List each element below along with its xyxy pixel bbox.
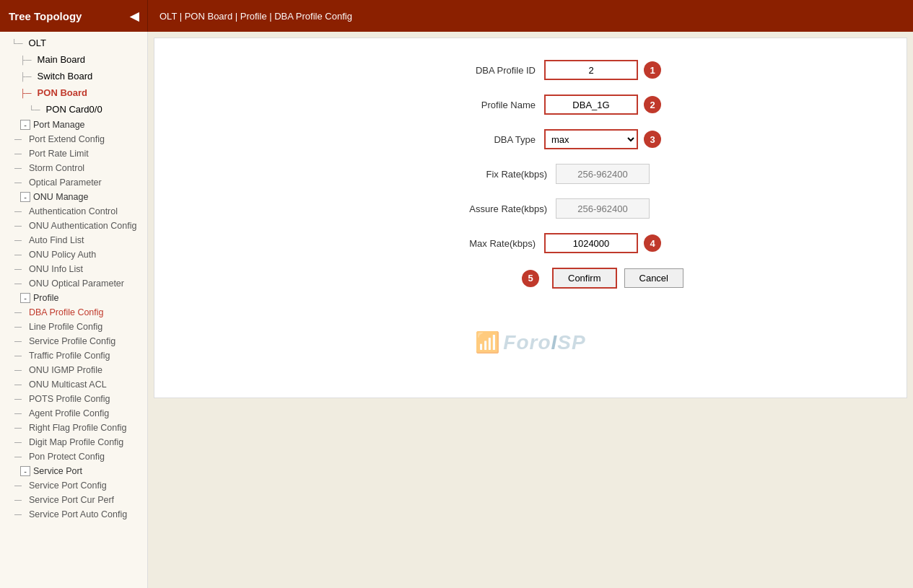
breadcrumb: OLT | PON Board | Profile | DBA Profile … [148, 11, 913, 22]
sidebar-item-main-board[interactable]: ├─ Main Board [0, 51, 147, 68]
sidebar-item-digit-map-profile-config[interactable]: Digit Map Profile Config [0, 435, 147, 449]
sidebar-item-authentication-control[interactable]: Authentication Control [0, 204, 147, 219]
sidebar-item-service-port-cur-perf[interactable]: Service Port Cur Perf [0, 493, 147, 507]
assure-rate-label: Assure Rate(kbps) [411, 203, 556, 214]
sidebar-item-onu-multicast-acl[interactable]: ONU Multicast ACL [0, 377, 147, 392]
pon-board-label: PON Board [38, 87, 87, 98]
profile-name-wrapper: 2 [544, 95, 661, 115]
expand-onu-manage-icon[interactable]: - [20, 192, 30, 202]
dba-profile-id-row: DBA Profile ID 1 [169, 60, 892, 80]
sidebar: └─ OLT ├─ Main Board ├─ Switch Board ├─ … [0, 32, 148, 588]
sidebar-item-onu-policy-auth[interactable]: ONU Policy Auth [0, 247, 147, 262]
sidebar-item-service-profile-config[interactable]: Service Profile Config [0, 334, 147, 348]
sidebar-item-line-profile-config[interactable]: Line Profile Config [0, 320, 147, 334]
expand-service-port-icon[interactable]: - [20, 466, 30, 476]
port-manage-label: Port Manage [33, 120, 85, 130]
badge-3: 3 [644, 131, 661, 148]
section-port-manage[interactable]: - Port Manage [0, 118, 147, 132]
button-row: 5 Confirm Cancel [169, 268, 892, 289]
sidebar-item-dba-profile-config[interactable]: DBA Profile Config [0, 305, 147, 320]
cancel-button[interactable]: Cancel [624, 268, 683, 288]
sidebar-item-port-rate-limit[interactable]: Port Rate Limit [0, 146, 147, 161]
confirm-button[interactable]: Confirm [552, 268, 617, 289]
profile-name-input[interactable] [544, 95, 638, 115]
sidebar-item-pon-board[interactable]: ├─ PON Board [0, 84, 147, 101]
sidebar-item-pon-protect-config[interactable]: Pon Protect Config [0, 449, 147, 464]
sidebar-item-pon-card[interactable]: └─ PON Card0/0 [0, 101, 147, 118]
dba-type-select[interactable]: max fixed assured bestEffort [544, 129, 638, 149]
collapse-icon[interactable]: ◀ [130, 9, 139, 23]
max-rate-label: Max Rate(kbps) [400, 238, 544, 249]
fix-rate-row: Fix Rate(kbps) [169, 164, 892, 184]
pon-card-label: PON Card0/0 [46, 104, 102, 115]
assure-rate-input[interactable] [556, 198, 650, 219]
max-rate-row: Max Rate(kbps) 4 [169, 233, 892, 253]
sidebar-item-onu-igmp-profile[interactable]: ONU IGMP Profile [0, 363, 147, 377]
content-area: DBA Profile ID 1 Profile Name 2 DBA Type [148, 32, 913, 588]
watermark-text: ForoISP [503, 331, 585, 354]
watermark: 📶 ForoISP [475, 330, 585, 354]
sidebar-item-onu-authentication-config[interactable]: ONU Authentication Config [0, 219, 147, 233]
sidebar-item-onu-info-list[interactable]: ONU Info List [0, 262, 147, 276]
dba-type-row: DBA Type max fixed assured bestEffort 3 [169, 129, 892, 149]
watermark-wifi-icon: 📶 [475, 330, 500, 354]
sidebar-item-optical-parameter[interactable]: Optical Parameter [0, 175, 147, 190]
expand-profile-icon[interactable]: - [20, 293, 30, 303]
dba-profile-id-wrapper: 1 [544, 60, 661, 80]
expand-port-manage-icon[interactable]: - [20, 120, 30, 130]
sidebar-item-pots-profile-config[interactable]: POTS Profile Config [0, 392, 147, 406]
max-rate-input[interactable] [544, 233, 638, 253]
badge-5: 5 [522, 270, 539, 287]
service-port-label: Service Port [33, 466, 82, 476]
profile-label: Profile [33, 293, 58, 303]
tree-topology-label: Tree Topology [9, 10, 82, 22]
profile-name-row: Profile Name 2 [169, 95, 892, 115]
main-board-label: Main Board [38, 54, 85, 65]
profile-name-label: Profile Name [400, 100, 544, 110]
sidebar-item-switch-board[interactable]: ├─ Switch Board [0, 68, 147, 84]
assure-rate-row: Assure Rate(kbps) [169, 198, 892, 219]
dba-type-label: DBA Type [400, 134, 544, 145]
fix-rate-input[interactable] [556, 164, 650, 184]
form-panel: DBA Profile ID 1 Profile Name 2 DBA Type [154, 38, 907, 398]
dba-profile-id-label: DBA Profile ID [400, 65, 544, 76]
sidebar-item-port-extend-config[interactable]: Port Extend Config [0, 132, 147, 146]
sidebar-item-right-flag-profile-config[interactable]: Right Flag Profile Config [0, 421, 147, 435]
olt-label: OLT [29, 38, 46, 48]
section-service-port[interactable]: - Service Port [0, 464, 147, 478]
sidebar-item-storm-control[interactable]: Storm Control [0, 161, 147, 175]
section-profile[interactable]: - Profile [0, 291, 147, 305]
fix-rate-wrapper [556, 164, 650, 184]
badge-4: 4 [644, 234, 661, 252]
dba-type-wrapper: max fixed assured bestEffort 3 [544, 129, 661, 149]
max-rate-wrapper: 4 [544, 233, 661, 253]
switch-board-label: Switch Board [38, 71, 93, 82]
sidebar-item-service-port-auto-config[interactable]: Service Port Auto Config [0, 507, 147, 522]
badge-2: 2 [644, 96, 661, 113]
assure-rate-wrapper [556, 198, 650, 219]
sidebar-item-agent-profile-config[interactable]: Agent Profile Config [0, 406, 147, 421]
sidebar-item-onu-optical-parameter[interactable]: ONU Optical Parameter [0, 276, 147, 291]
onu-manage-label: ONU Manage [33, 192, 88, 202]
sidebar-title: Tree Topology ◀ [0, 0, 148, 32]
badge-1: 1 [644, 61, 661, 79]
sidebar-item-olt[interactable]: └─ OLT [0, 35, 147, 51]
section-onu-manage[interactable]: - ONU Manage [0, 190, 147, 204]
sidebar-item-auto-find-list[interactable]: Auto Find List [0, 233, 147, 247]
sidebar-item-traffic-profile-config[interactable]: Traffic Profile Config [0, 348, 147, 363]
sidebar-item-service-port-config[interactable]: Service Port Config [0, 478, 147, 493]
dba-profile-id-input[interactable] [544, 60, 638, 80]
fix-rate-label: Fix Rate(kbps) [411, 169, 556, 180]
